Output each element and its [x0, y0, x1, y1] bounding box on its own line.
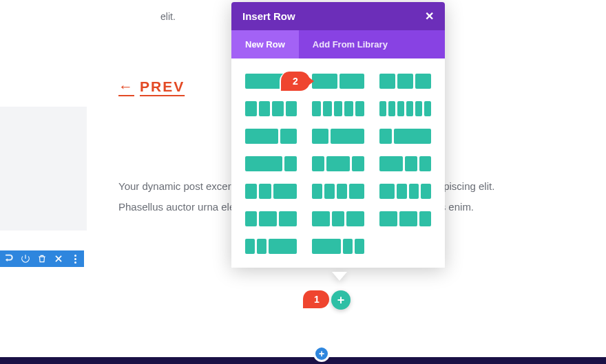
- modal-pointer: [332, 272, 347, 281]
- insert-row-modal: Insert Row ✕ New Row Add From Library: [231, 2, 445, 268]
- prev-link[interactable]: ← PREV: [118, 78, 185, 95]
- trash-icon[interactable]: [37, 254, 47, 264]
- modal-body: [231, 58, 445, 268]
- row-layout-1-2-1[interactable]: [312, 156, 364, 171]
- close-icon[interactable]: [54, 254, 63, 264]
- row-layout-1s-2-2[interactable]: [245, 211, 297, 226]
- row-layout-2-2-1s[interactable]: [379, 211, 431, 226]
- annotation-badge-2: 2: [280, 72, 310, 91]
- tab-add-from-library[interactable]: Add From Library: [299, 30, 401, 58]
- row-layout-2col[interactable]: [312, 74, 364, 89]
- annotation-badge-1: 1: [302, 290, 329, 308]
- power-icon[interactable]: [21, 254, 30, 264]
- excerpt-line2-left: Phasellus auctor urna eleife: [118, 201, 246, 213]
- excerpt-line1-left: Your dynamic post excerpt: [118, 180, 242, 192]
- row-layout-2-1-1-1[interactable]: [379, 184, 431, 199]
- modal-title: Insert Row: [242, 10, 295, 22]
- row-layout-3-1[interactable]: [245, 156, 297, 171]
- section-edge: [0, 107, 87, 231]
- modal-tabs: New Row Add From Library: [231, 30, 445, 58]
- tab-new-row[interactable]: New Row: [231, 30, 299, 58]
- add-section-button[interactable]: +: [315, 347, 328, 360]
- row-layout-1-2[interactable]: [312, 129, 364, 144]
- lorem-fragment: elit.: [160, 11, 176, 22]
- row-layout-2-1-1[interactable]: [379, 156, 431, 171]
- row-layout-grid: [245, 74, 431, 254]
- module-toolbar: [0, 250, 84, 267]
- prev-link-label: PREV: [140, 78, 185, 95]
- row-layout-2-1[interactable]: [245, 129, 297, 144]
- row-layout-3-1-1[interactable]: [312, 239, 364, 254]
- row-layout-5col[interactable]: [312, 101, 364, 116]
- row-layout-6col[interactable]: [379, 101, 431, 116]
- add-row-button[interactable]: +: [331, 290, 351, 310]
- wrap-icon[interactable]: [4, 254, 14, 264]
- footer-bar: [0, 357, 606, 364]
- row-layout-2-1-2[interactable]: [312, 211, 364, 226]
- modal-close-icon[interactable]: ✕: [425, 11, 434, 22]
- row-layout-1-1-3[interactable]: [245, 239, 297, 254]
- more-icon[interactable]: [70, 254, 80, 264]
- modal-header: Insert Row ✕: [231, 2, 445, 30]
- row-layout-4col[interactable]: [245, 101, 297, 116]
- row-layout-3col[interactable]: [379, 74, 431, 89]
- row-layout-1-1-2[interactable]: [245, 184, 297, 199]
- row-layout-1-3[interactable]: [379, 129, 431, 144]
- arrow-left-icon: ←: [118, 78, 134, 95]
- row-layout-1-1-1-2[interactable]: [312, 184, 364, 199]
